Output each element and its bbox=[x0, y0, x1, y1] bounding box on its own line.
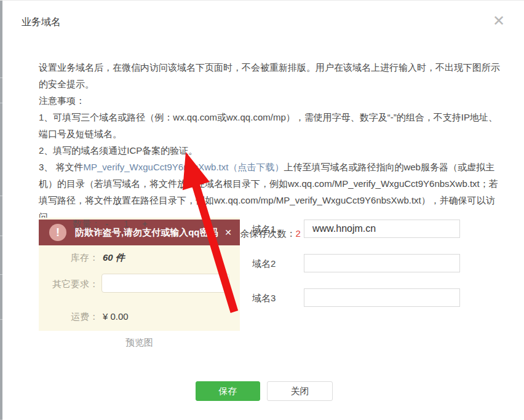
business-domain-dialog: 业务域名 ✕ 设置业务域名后，在微信内访问该域名下页面时，不会被重新排版。用户在… bbox=[2, 1, 524, 420]
domain3-input[interactable] bbox=[304, 288, 460, 307]
note-item-2: 2、填写的域名须通过ICP备案的验证。 bbox=[39, 142, 501, 159]
shipping-label: 运费： bbox=[39, 311, 98, 323]
domain2-input[interactable] bbox=[304, 254, 460, 272]
remaining-saves-count: 2 bbox=[296, 228, 301, 239]
domain1-input[interactable] bbox=[304, 220, 460, 238]
banner-close-icon: ✕ bbox=[224, 228, 232, 237]
page-title: 业务域名 bbox=[22, 16, 61, 29]
other-requirements-label: 其它要求： bbox=[39, 279, 98, 290]
preview-caption: 预览图 bbox=[39, 337, 240, 349]
close-button[interactable]: 关闭 bbox=[267, 381, 333, 401]
security-warning-preview-card: 数量： - 1 + ! 防欺诈盗号,请勿支付或输入qq密码 ✕ 库存： 60 件… bbox=[39, 218, 240, 331]
save-button[interactable]: 保存 bbox=[196, 381, 260, 401]
note-item-1: 1、可填写三个域名或路径（例：wx.qq.com或wx.qq.com/mp），需… bbox=[39, 109, 501, 142]
intro-paragraph: 设置业务域名后，在微信内访问该域名下页面时，不会被重新排版。用户在该域名上进行输… bbox=[39, 59, 501, 92]
instructions-text: 设置业务域名后，在微信内访问该域名下页面时，不会被重新排版。用户在该域名上进行输… bbox=[39, 59, 501, 242]
domain2-label: 域名2 bbox=[252, 258, 276, 270]
domain1-label: 域名1 bbox=[252, 224, 276, 236]
stock-label: 库存： bbox=[39, 252, 98, 264]
close-icon[interactable]: ✕ bbox=[490, 12, 508, 30]
business-domain-dialog-screen: 业务域名 ✕ 设置业务域名后，在微信内访问该域名下页面时，不会被重新排版。用户在… bbox=[0, 0, 524, 420]
verify-file-download-link[interactable]: MP_verify_WxguCct9Y6nbsXwb.txt（点击下载） bbox=[84, 162, 284, 172]
note-item-3: 3、 将文件MP_verify_WxguCct9Y6nbsXwb.txt（点击下… bbox=[39, 159, 501, 225]
fraud-warning-banner: ! 防欺诈盗号,请勿支付或输入qq密码 ✕ bbox=[39, 220, 240, 245]
domain3-label: 域名3 bbox=[252, 293, 276, 304]
stock-value: 60 件 bbox=[103, 252, 125, 264]
shipping-value: ¥ 0.00 bbox=[103, 311, 129, 322]
notes-heading: 注意事项： bbox=[39, 92, 501, 109]
other-requirements-input bbox=[101, 274, 229, 293]
note-item-3-prefix: 3、 将文件 bbox=[39, 162, 84, 172]
fraud-warning-text: 防欺诈盗号,请勿支付或输入qq密码 bbox=[75, 227, 218, 239]
exclamation-icon: ! bbox=[49, 224, 66, 241]
